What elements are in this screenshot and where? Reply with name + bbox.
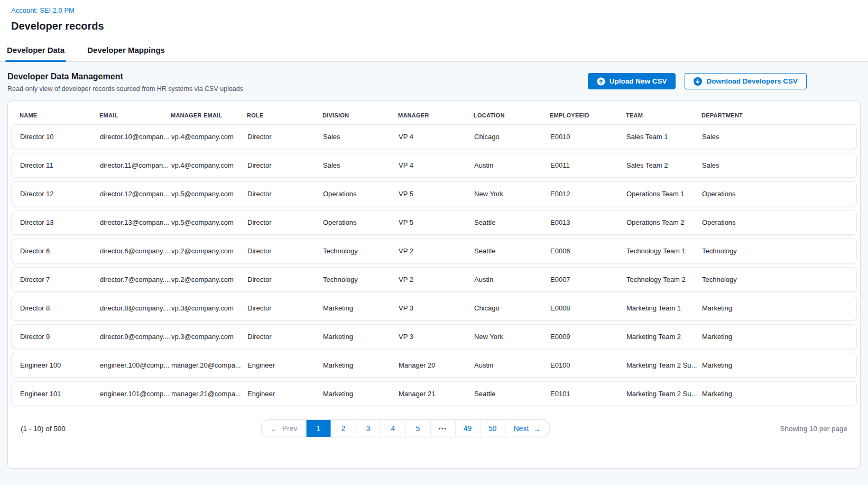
cell-employeeid: E0009 — [550, 333, 626, 341]
cell-department: Operations — [702, 190, 851, 198]
cell-manager: VP 4 — [399, 161, 474, 169]
cell-location: Seattle — [474, 390, 550, 398]
cell-division: Marketing — [323, 390, 399, 398]
column-header-role: ROLE — [247, 112, 322, 118]
table-row: Engineer 100engineer.100@comp...manager.… — [11, 353, 857, 378]
page-button-5[interactable]: 5 — [405, 420, 430, 437]
cell-email: director.8@company.... — [100, 304, 171, 312]
cell-manager: VP 5 — [399, 190, 474, 198]
cell-team: Operations Team 1 — [626, 190, 702, 198]
per-page-label: Showing 10 per page — [780, 425, 847, 433]
prev-page-button[interactable]: ← Prev — [262, 420, 306, 437]
page-button-4[interactable]: 4 — [381, 420, 405, 437]
column-header-location: LOCATION — [474, 112, 550, 118]
column-header-email: EMAIL — [99, 112, 171, 118]
cell-team: Technology Team 1 — [626, 247, 702, 255]
cell-email: director.9@company.... — [100, 333, 171, 341]
cell-manager-email: vp.3@company.com — [171, 304, 247, 312]
section-title: Developer Data Management — [7, 72, 243, 81]
cell-department: Operations — [702, 218, 851, 226]
column-header-division: DIVISION — [322, 112, 398, 118]
cell-name: Director 7 — [20, 276, 100, 283]
cell-email: director.11@compan... — [100, 161, 171, 169]
cell-division: Technology — [323, 247, 399, 255]
tab-developer-mappings[interactable]: Developer Mappings — [86, 41, 167, 61]
tab-developer-data[interactable]: Developer Data — [5, 41, 66, 61]
table-row: Director 11director.11@compan...vp.4@com… — [11, 153, 857, 178]
cell-manager: VP 5 — [399, 218, 474, 226]
cell-email: director.12@compan... — [100, 190, 171, 198]
cell-team: Marketing Team 2 — [626, 333, 702, 341]
page-button-2[interactable]: 2 — [331, 420, 356, 437]
cell-division: Sales — [323, 161, 399, 169]
cell-name: Director 13 — [20, 218, 100, 226]
cell-manager-email: vp.2@company.com — [171, 276, 247, 283]
table-row: Engineer 101engineer.101@comp...manager.… — [11, 381, 857, 406]
table-row: Director 10director.10@compan...vp.4@com… — [11, 124, 857, 149]
cell-team: Marketing Team 2 Su... — [626, 361, 702, 369]
table-body: Director 10director.10@compan...vp.4@com… — [11, 124, 857, 406]
upload-new-csv-button[interactable]: Upload New CSV — [588, 73, 676, 89]
cell-department: Marketing — [702, 333, 851, 341]
cell-department: Technology — [702, 276, 851, 283]
cell-role: Director — [247, 161, 323, 169]
cell-manager-email: vp.5@company.com — [171, 218, 247, 226]
cell-name: Engineer 100 — [20, 361, 100, 369]
content-area: Developer Data Management Read-only view… — [0, 62, 868, 485]
cell-role: Engineer — [247, 390, 323, 398]
prev-label: Prev — [282, 424, 298, 433]
cell-department: Sales — [702, 161, 851, 169]
next-label: Next — [514, 424, 529, 433]
cell-department: Marketing — [702, 304, 851, 312]
page-button-50[interactable]: 50 — [480, 420, 505, 437]
cell-email: director.7@company.... — [100, 276, 171, 283]
cell-team: Marketing Team 2 Su... — [626, 390, 702, 398]
cell-manager-email: vp.5@company.com — [171, 190, 247, 198]
cell-role: Director — [247, 218, 323, 226]
page-button-3[interactable]: 3 — [356, 420, 381, 437]
cell-name: Director 9 — [20, 333, 100, 341]
cell-email: director.13@compan... — [100, 218, 171, 226]
cell-location: Austin — [474, 276, 550, 283]
cell-employeeid: E0010 — [550, 133, 626, 141]
cell-role: Director — [247, 276, 323, 283]
table-row: Director 7director.7@company....vp.2@com… — [11, 267, 857, 292]
cell-role: Director — [247, 247, 323, 255]
cell-division: Marketing — [323, 361, 399, 369]
column-header-team: TEAM — [626, 112, 701, 118]
page-button-1[interactable]: 1 — [306, 420, 331, 437]
tab-bar: Developer Data Developer Mappings — [0, 41, 868, 62]
column-header-department: DEPARTMENT — [701, 112, 852, 118]
cell-role: Director — [247, 333, 323, 341]
csv-button-group: Upload New CSV Download Developers CSV — [588, 73, 807, 89]
table-row: Director 12director.12@compan...vp.5@com… — [11, 181, 857, 206]
cell-role: Director — [247, 190, 323, 198]
cell-team: Operations Team 2 — [626, 218, 702, 226]
cell-name: Engineer 101 — [20, 390, 100, 398]
section-subtitle: Read-only view of developer records sour… — [7, 85, 243, 93]
page-button-49[interactable]: 49 — [455, 420, 480, 437]
cell-division: Sales — [323, 133, 399, 141]
cell-employeeid: E0012 — [550, 190, 626, 198]
cell-division: Technology — [323, 276, 399, 283]
cell-email: director.10@compan... — [100, 133, 171, 141]
download-developers-csv-button[interactable]: Download Developers CSV — [685, 73, 807, 89]
account-breadcrumb-link[interactable]: Account: SEI 2.0 PM — [11, 6, 75, 14]
cell-email: engineer.100@comp... — [100, 361, 171, 369]
row-range-label: (1 - 10) of 500 — [21, 425, 66, 433]
table-footer: (1 - 10) of 500 ← Prev 12345•••4950 Next… — [11, 410, 857, 447]
cell-manager-email: vp.2@company.com — [171, 247, 247, 255]
cell-team: Technology Team 2 — [626, 276, 702, 283]
cell-employeeid: E0013 — [550, 218, 626, 226]
cell-department: Technology — [702, 247, 851, 255]
cell-employeeid: E0008 — [550, 304, 626, 312]
circle-arrow-down-icon — [694, 77, 702, 86]
next-page-button[interactable]: Next → — [505, 420, 550, 437]
cell-manager: VP 2 — [399, 276, 474, 283]
cell-division: Marketing — [323, 333, 399, 341]
column-header-manager: MANAGER — [398, 112, 474, 118]
table-row: Director 8director.8@company....vp.3@com… — [11, 296, 857, 321]
cell-name: Director 11 — [20, 161, 100, 169]
download-button-label: Download Developers CSV — [706, 77, 798, 85]
cell-manager-email: manager.21@compa... — [171, 390, 247, 398]
